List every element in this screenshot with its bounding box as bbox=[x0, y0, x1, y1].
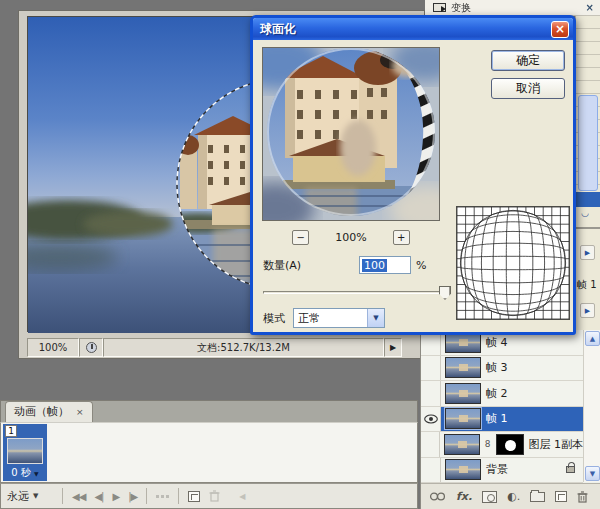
frame-delay-control[interactable]: 0 秒 ▼ bbox=[3, 466, 47, 480]
frame-1-selected[interactable]: 1 0 秒 ▼ bbox=[3, 424, 47, 481]
opacity-spin-button[interactable]: ▶ bbox=[580, 245, 595, 260]
add-mask-icon[interactable] bbox=[482, 491, 497, 503]
spherize-dialog: 球面化 × bbox=[250, 15, 576, 335]
layers-scrollbar[interactable]: ▲ ▼ bbox=[583, 330, 600, 482]
tab-close-icon[interactable]: × bbox=[76, 407, 84, 417]
layer-row-background[interactable]: 背景 bbox=[421, 458, 583, 484]
animation-tab-strip: 动画（帧） × bbox=[0, 400, 418, 422]
dialog-titlebar[interactable]: 球面化 × bbox=[253, 18, 573, 40]
layer-style-icon[interactable]: fx. bbox=[456, 490, 472, 503]
link-layers-icon[interactable] bbox=[429, 492, 446, 501]
new-group-icon[interactable] bbox=[530, 492, 545, 502]
layer-name[interactable]: 图层 1副本 bbox=[529, 437, 584, 452]
ok-button[interactable]: 确定 bbox=[491, 50, 565, 71]
cancel-button[interactable]: 取消 bbox=[491, 78, 565, 99]
tween-button[interactable] bbox=[156, 495, 169, 498]
dialog-close-button[interactable]: × bbox=[551, 21, 569, 38]
zoom-out-button[interactable]: − bbox=[292, 230, 309, 245]
visibility-toggle[interactable] bbox=[421, 381, 441, 406]
delete-frame-button[interactable] bbox=[209, 490, 220, 502]
lock-icon bbox=[566, 466, 575, 473]
layer-row-frame3[interactable]: 帧 3 bbox=[421, 356, 583, 382]
animation-panel: 动画（帧） × 1 0 秒 ▼ 永远 ▼ ◀◀ ◀| ▶ |▶ ◀ bbox=[0, 400, 418, 509]
layer-row-frame1-selected[interactable]: 帧 1 bbox=[421, 407, 583, 433]
partial-panel-row: 变换 × bbox=[425, 0, 600, 16]
layer-name[interactable]: 背景 bbox=[486, 462, 508, 477]
visibility-toggle[interactable] bbox=[421, 356, 441, 381]
adjustment-layer-icon[interactable]: ◐. bbox=[507, 490, 520, 503]
partial-close-icon[interactable]: × bbox=[586, 2, 594, 13]
previous-frame-button[interactable]: ◀| bbox=[94, 491, 103, 502]
amount-input[interactable]: 100 bbox=[359, 256, 411, 274]
layer-thumbnail[interactable] bbox=[445, 357, 481, 378]
spin-right-icon: ▶ bbox=[585, 249, 590, 257]
layer-thumbnail[interactable] bbox=[444, 434, 480, 455]
duplicate-frame-button[interactable] bbox=[188, 491, 200, 502]
loop-dropdown-icon: ▼ bbox=[33, 492, 38, 500]
status-tail bbox=[402, 338, 416, 357]
partial-command-icon bbox=[433, 3, 446, 12]
hidden-scroll-down-icon: ◡ bbox=[581, 208, 589, 218]
zoom-in-button[interactable]: + bbox=[393, 230, 410, 245]
zoom-level: 100% bbox=[335, 231, 366, 244]
layer-name[interactable]: 帧 1 bbox=[486, 411, 508, 426]
visibility-toggle[interactable] bbox=[421, 458, 441, 483]
layers-panel: 帧 4 帧 3 帧 2 帧 1 8 bbox=[420, 330, 600, 509]
layer-thumbnail[interactable] bbox=[445, 383, 481, 404]
first-frame-button[interactable]: ◀◀ bbox=[72, 491, 85, 502]
layer-name[interactable]: 帧 2 bbox=[486, 386, 508, 401]
visibility-toggle[interactable] bbox=[421, 407, 441, 432]
eye-icon bbox=[424, 414, 438, 424]
mask-link-icon: 8 bbox=[485, 439, 491, 449]
layers-toolbar: fx. ◐. bbox=[421, 483, 600, 509]
delete-layer-icon[interactable] bbox=[577, 491, 588, 503]
next-frame-button[interactable]: |▶ bbox=[128, 491, 137, 502]
fill-spin-button[interactable]: ▶ bbox=[580, 303, 595, 318]
filter-preview[interactable] bbox=[262, 47, 440, 221]
loop-count-value: 永远 bbox=[7, 489, 29, 504]
amount-slider[interactable] bbox=[263, 286, 451, 300]
divider bbox=[146, 488, 147, 504]
layer-thumbnail[interactable] bbox=[445, 459, 481, 480]
preview-zoom-controls: − 100% + bbox=[262, 228, 440, 246]
mode-dropdown[interactable]: 正常 ▼ bbox=[293, 308, 385, 328]
amount-unit: % bbox=[416, 259, 426, 272]
play-button[interactable]: ▶ bbox=[112, 491, 119, 502]
delay-dropdown-icon: ▼ bbox=[34, 470, 39, 477]
spherize-wireframe-preview bbox=[456, 206, 570, 320]
layer-list: 帧 4 帧 3 帧 2 帧 1 8 bbox=[421, 330, 600, 483]
frame-delay-value: 0 秒 bbox=[11, 467, 31, 478]
divider bbox=[178, 488, 179, 504]
panel-divider bbox=[576, 227, 600, 229]
slider-track[interactable] bbox=[263, 291, 445, 294]
slider-thumb[interactable] bbox=[439, 286, 451, 300]
status-menu-arrow[interactable]: ▶ bbox=[384, 338, 402, 357]
scroll-left-icon[interactable]: ◀ bbox=[239, 492, 245, 501]
scroll-up-icon: ▲ bbox=[590, 335, 595, 343]
layer-name[interactable]: 帧 3 bbox=[486, 360, 508, 375]
amount-row: 数量(A) 100 % bbox=[263, 256, 483, 274]
scroll-down-button[interactable]: ▼ bbox=[585, 466, 600, 481]
layer-row-layer1-copy[interactable]: 8 图层 1副本 bbox=[421, 432, 583, 458]
animation-controls-bar: 永远 ▼ ◀◀ ◀| ▶ |▶ ◀ bbox=[0, 483, 418, 509]
tab-animation-frames[interactable]: 动画（帧） × bbox=[5, 401, 93, 422]
scroll-up-button[interactable]: ▲ bbox=[585, 331, 600, 346]
loop-count-dropdown[interactable]: 永远 ▼ bbox=[7, 489, 53, 504]
status-zoom-field[interactable]: 100% bbox=[27, 338, 79, 357]
partial-command-label: 变换 bbox=[451, 1, 471, 15]
hidden-layer-label: 帧 1 bbox=[577, 278, 597, 292]
layer-name[interactable]: 帧 4 bbox=[486, 335, 508, 350]
spherized-preview-image bbox=[263, 48, 439, 220]
dropdown-button[interactable]: ▼ bbox=[367, 309, 384, 327]
layer-thumbnail[interactable] bbox=[445, 408, 481, 429]
new-layer-icon[interactable] bbox=[555, 491, 567, 502]
visibility-toggle[interactable] bbox=[421, 432, 440, 457]
tab-label: 动画（帧） bbox=[14, 404, 69, 419]
chevron-down-icon: ▼ bbox=[373, 314, 378, 322]
layer-row-frame2[interactable]: 帧 2 bbox=[421, 381, 583, 407]
layer-mask-thumbnail[interactable] bbox=[496, 434, 524, 455]
frame-thumbnail[interactable] bbox=[7, 438, 43, 464]
hidden-scrollbar-fragment[interactable] bbox=[578, 95, 598, 191]
status-clock-icon bbox=[79, 338, 103, 357]
amount-value-selected: 100 bbox=[362, 259, 387, 272]
